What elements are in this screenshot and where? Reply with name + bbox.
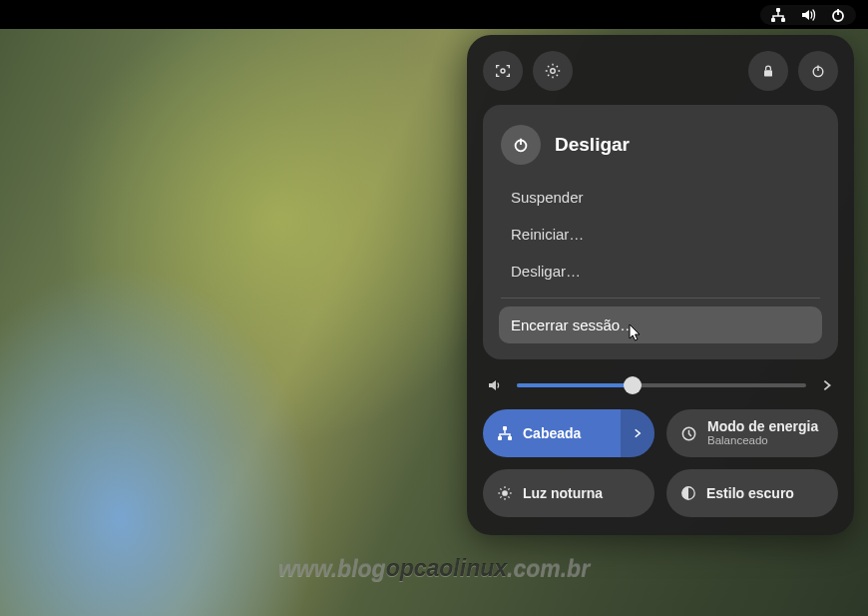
toggle-wired-expand[interactable] bbox=[621, 409, 654, 457]
status-tray[interactable] bbox=[760, 5, 856, 25]
svg-rect-14 bbox=[508, 436, 512, 440]
toggle-power-mode-label: Modo de energia bbox=[707, 418, 818, 434]
network-wired-icon bbox=[770, 7, 786, 23]
svg-rect-1 bbox=[771, 18, 775, 22]
volume-slider[interactable] bbox=[517, 383, 806, 387]
toggle-dark-style-label: Estilo escuro bbox=[706, 485, 794, 501]
toggle-dark-style[interactable]: Estilo escuro bbox=[666, 469, 838, 517]
svg-rect-7 bbox=[764, 70, 772, 76]
screenshot-button[interactable] bbox=[483, 51, 523, 91]
toggle-night-light[interactable]: Luz noturna bbox=[483, 469, 654, 517]
quick-toggles-row-2: Luz noturna Estilo escuro bbox=[483, 469, 838, 517]
toggle-night-light-label: Luz noturna bbox=[523, 485, 603, 501]
menu-item-shutdown[interactable]: Desligar… bbox=[499, 253, 822, 290]
settings-button[interactable] bbox=[533, 51, 573, 91]
menu-item-restart[interactable]: Reiniciar… bbox=[499, 216, 822, 253]
svg-point-5 bbox=[501, 69, 505, 73]
menu-separator bbox=[501, 298, 820, 299]
dark-style-icon bbox=[680, 485, 696, 501]
toggle-wired[interactable]: Cabeada bbox=[483, 409, 654, 457]
svg-rect-0 bbox=[776, 8, 780, 12]
power-submenu-header[interactable]: Desligar bbox=[499, 121, 822, 169]
svg-line-21 bbox=[500, 488, 501, 489]
quick-toggles-row-1: Cabeada Modo de energia Balanceado bbox=[483, 409, 838, 457]
power-menu-button[interactable] bbox=[798, 51, 838, 91]
power-mode-icon bbox=[680, 425, 697, 442]
lock-button[interactable] bbox=[748, 51, 788, 91]
network-wired-icon bbox=[497, 425, 513, 441]
toggle-power-mode-sub: Balanceado bbox=[707, 434, 818, 447]
toggle-wired-label: Cabeada bbox=[523, 425, 581, 441]
power-icon bbox=[830, 7, 846, 23]
menu-item-suspend[interactable]: Suspender bbox=[499, 179, 822, 216]
svg-point-16 bbox=[502, 490, 508, 496]
menu-item-logout[interactable]: Encerrar sessão… bbox=[499, 307, 822, 343]
svg-rect-13 bbox=[498, 436, 502, 440]
volume-icon bbox=[800, 7, 816, 23]
volume-more-icon[interactable] bbox=[820, 378, 834, 392]
svg-line-22 bbox=[508, 496, 509, 497]
svg-line-23 bbox=[508, 488, 509, 489]
top-bar bbox=[0, 0, 868, 29]
volume-speaker-icon bbox=[487, 377, 503, 393]
panel-header bbox=[483, 51, 838, 91]
toggle-power-mode[interactable]: Modo de energia Balanceado bbox=[666, 409, 838, 457]
system-menu-panel: Desligar Suspender Reiniciar… Desligar… … bbox=[467, 35, 854, 535]
watermark-text: www.blogopcaolinux.com.br bbox=[0, 555, 868, 582]
power-header-icon bbox=[501, 125, 541, 165]
power-submenu: Desligar Suspender Reiniciar… Desligar… … bbox=[483, 105, 838, 359]
night-light-icon bbox=[497, 485, 513, 501]
volume-row bbox=[487, 377, 834, 393]
power-submenu-title: Desligar bbox=[555, 134, 630, 156]
svg-line-24 bbox=[500, 496, 501, 497]
svg-point-6 bbox=[551, 69, 556, 74]
svg-rect-12 bbox=[503, 426, 507, 430]
svg-rect-2 bbox=[781, 18, 785, 22]
